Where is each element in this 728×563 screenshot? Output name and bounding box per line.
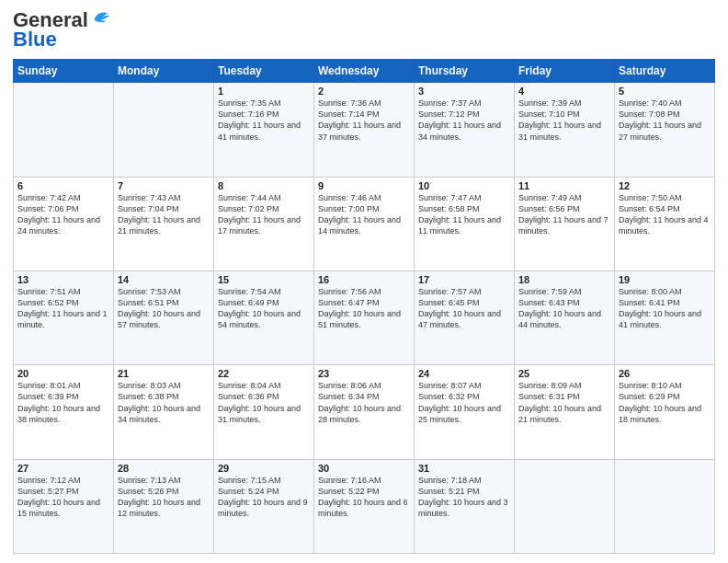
day-info: Sunrise: 7:57 AMSunset: 6:45 PMDaylight:… [418,286,510,331]
calendar-cell: 22Sunrise: 8:04 AMSunset: 6:36 PMDayligh… [214,365,314,459]
day-info: Sunrise: 7:15 AMSunset: 5:24 PMDaylight:… [218,475,310,520]
day-info: Sunrise: 7:51 AMSunset: 6:52 PMDaylight:… [17,286,109,331]
calendar-cell: 10Sunrise: 7:47 AMSunset: 6:58 PMDayligh… [415,177,515,270]
day-info: Sunrise: 7:44 AMSunset: 7:02 PMDaylight:… [218,192,310,237]
day-info: Sunrise: 7:56 AMSunset: 6:47 PMDaylight:… [318,286,410,331]
day-number: 1 [218,86,310,97]
weekday-header-saturday: Saturday [615,60,715,83]
day-number: 15 [218,274,310,285]
day-number: 7 [118,180,210,191]
calendar-cell [14,83,114,177]
day-number: 2 [318,86,410,97]
calendar-cell: 6Sunrise: 7:42 AMSunset: 7:06 PMDaylight… [14,177,114,270]
day-number: 17 [418,274,510,285]
calendar-cell: 9Sunrise: 7:46 AMSunset: 7:00 PMDaylight… [314,177,415,270]
day-number: 27 [17,463,109,474]
day-number: 30 [318,463,410,474]
day-number: 21 [118,368,210,379]
calendar-cell: 12Sunrise: 7:50 AMSunset: 6:54 PMDayligh… [615,177,715,270]
weekday-header-friday: Friday [515,60,615,83]
day-info: Sunrise: 8:01 AMSunset: 6:39 PMDaylight:… [17,380,109,425]
day-number: 22 [218,368,310,379]
calendar-cell: 21Sunrise: 8:03 AMSunset: 6:38 PMDayligh… [114,365,214,459]
day-info: Sunrise: 7:13 AMSunset: 5:26 PMDaylight:… [118,475,210,520]
calendar-cell: 25Sunrise: 8:09 AMSunset: 6:31 PMDayligh… [515,365,615,459]
calendar-cell [114,83,214,177]
day-number: 3 [418,86,510,97]
logo-blue-text: Blue [13,28,57,52]
calendar-body: 1Sunrise: 7:35 AMSunset: 7:16 PMDaylight… [14,83,715,554]
calendar-cell: 31Sunrise: 7:18 AMSunset: 5:21 PMDayligh… [415,459,515,553]
calendar-cell: 7Sunrise: 7:43 AMSunset: 7:04 PMDaylight… [114,177,214,270]
day-number: 6 [17,180,109,191]
calendar-cell: 16Sunrise: 7:56 AMSunset: 6:47 PMDayligh… [314,270,415,364]
day-number: 11 [518,180,610,191]
calendar-cell: 29Sunrise: 7:15 AMSunset: 5:24 PMDayligh… [214,459,314,553]
day-info: Sunrise: 7:40 AMSunset: 7:08 PMDaylight:… [619,98,711,143]
day-number: 13 [17,274,109,285]
day-number: 31 [418,463,510,474]
day-number: 28 [118,463,210,474]
calendar-cell: 4Sunrise: 7:39 AMSunset: 7:10 PMDaylight… [515,83,615,177]
calendar-header: SundayMondayTuesdayWednesdayThursdayFrid… [14,60,715,83]
day-info: Sunrise: 7:42 AMSunset: 7:06 PMDaylight:… [17,192,109,237]
day-info: Sunrise: 7:53 AMSunset: 6:51 PMDaylight:… [118,286,210,331]
logo-bird-icon [91,9,111,28]
calendar-cell: 24Sunrise: 8:07 AMSunset: 6:32 PMDayligh… [415,365,515,459]
day-info: Sunrise: 8:07 AMSunset: 6:32 PMDaylight:… [418,380,510,425]
day-info: Sunrise: 8:04 AMSunset: 6:36 PMDaylight:… [218,380,310,425]
weekday-header-monday: Monday [114,60,214,83]
logo: General Blue [13,9,111,52]
day-info: Sunrise: 7:39 AMSunset: 7:10 PMDaylight:… [518,98,610,143]
calendar-cell: 30Sunrise: 7:16 AMSunset: 5:22 PMDayligh… [314,459,415,553]
day-info: Sunrise: 7:47 AMSunset: 6:58 PMDaylight:… [418,192,510,237]
day-number: 8 [218,180,310,191]
weekday-header-sunday: Sunday [14,60,114,83]
weekday-header-thursday: Thursday [415,60,515,83]
day-number: 14 [118,274,210,285]
day-info: Sunrise: 8:10 AMSunset: 6:29 PMDaylight:… [619,380,711,425]
calendar-cell: 11Sunrise: 7:49 AMSunset: 6:56 PMDayligh… [515,177,615,270]
day-info: Sunrise: 7:18 AMSunset: 5:21 PMDaylight:… [418,475,510,520]
calendar-cell: 19Sunrise: 8:00 AMSunset: 6:41 PMDayligh… [615,270,715,364]
day-number: 29 [218,463,310,474]
day-number: 18 [518,274,610,285]
day-info: Sunrise: 7:49 AMSunset: 6:56 PMDaylight:… [518,192,610,237]
day-info: Sunrise: 7:46 AMSunset: 7:00 PMDaylight:… [318,192,410,237]
day-number: 24 [418,368,510,379]
calendar-table: SundayMondayTuesdayWednesdayThursdayFrid… [13,59,715,554]
calendar-cell: 13Sunrise: 7:51 AMSunset: 6:52 PMDayligh… [14,270,114,364]
calendar-cell: 14Sunrise: 7:53 AMSunset: 6:51 PMDayligh… [114,270,214,364]
calendar-cell: 26Sunrise: 8:10 AMSunset: 6:29 PMDayligh… [615,365,715,459]
day-number: 25 [518,368,610,379]
day-info: Sunrise: 7:16 AMSunset: 5:22 PMDaylight:… [318,475,410,520]
calendar-cell: 15Sunrise: 7:54 AMSunset: 6:49 PMDayligh… [214,270,314,364]
header: General Blue [13,9,715,52]
day-info: Sunrise: 7:59 AMSunset: 6:43 PMDaylight:… [518,286,610,331]
day-info: Sunrise: 7:36 AMSunset: 7:14 PMDaylight:… [318,98,410,143]
calendar-cell: 5Sunrise: 7:40 AMSunset: 7:08 PMDaylight… [615,83,715,177]
day-number: 26 [619,368,711,379]
day-info: Sunrise: 7:54 AMSunset: 6:49 PMDaylight:… [218,286,310,331]
day-info: Sunrise: 7:43 AMSunset: 7:04 PMDaylight:… [118,192,210,237]
calendar-cell: 1Sunrise: 7:35 AMSunset: 7:16 PMDaylight… [214,83,314,177]
calendar-cell: 28Sunrise: 7:13 AMSunset: 5:26 PMDayligh… [114,459,214,553]
calendar-cell: 2Sunrise: 7:36 AMSunset: 7:14 PMDaylight… [314,83,415,177]
weekday-header-tuesday: Tuesday [214,60,314,83]
day-info: Sunrise: 7:37 AMSunset: 7:12 PMDaylight:… [418,98,510,143]
calendar-cell: 23Sunrise: 8:06 AMSunset: 6:34 PMDayligh… [314,365,415,459]
weekday-header-wednesday: Wednesday [314,60,415,83]
calendar-cell: 3Sunrise: 7:37 AMSunset: 7:12 PMDaylight… [415,83,515,177]
day-number: 19 [619,274,711,285]
day-number: 12 [619,180,711,191]
calendar-cell [615,459,715,553]
day-number: 5 [619,86,711,97]
day-number: 20 [17,368,109,379]
day-info: Sunrise: 7:50 AMSunset: 6:54 PMDaylight:… [619,192,711,237]
day-info: Sunrise: 8:00 AMSunset: 6:41 PMDaylight:… [619,286,711,331]
day-info: Sunrise: 7:35 AMSunset: 7:16 PMDaylight:… [218,98,310,143]
day-number: 4 [518,86,610,97]
day-number: 16 [318,274,410,285]
day-info: Sunrise: 8:06 AMSunset: 6:34 PMDaylight:… [318,380,410,425]
calendar-cell: 27Sunrise: 7:12 AMSunset: 5:27 PMDayligh… [14,459,114,553]
